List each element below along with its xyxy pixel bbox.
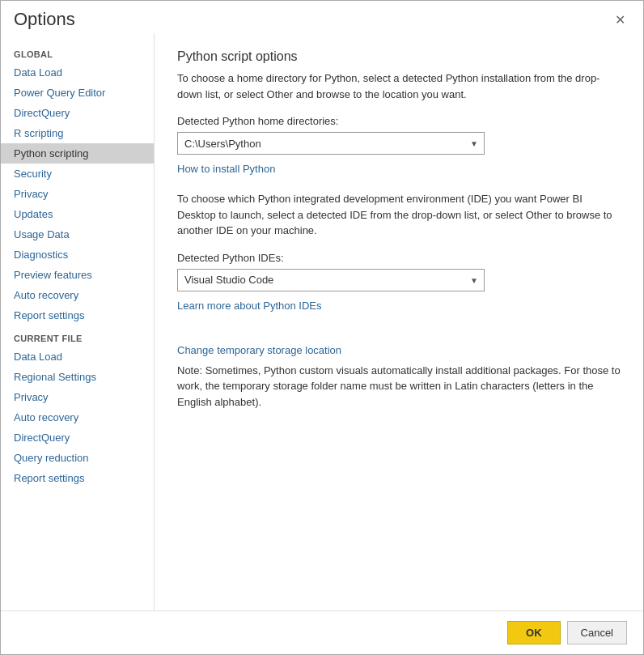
sidebar-item-auto-recovery[interactable]: Auto recovery	[1, 285, 154, 305]
note-text: Note: Sometimes, Python custom visuals a…	[177, 363, 621, 410]
home-dir-dropdown-wrapper: C:\Users\Python Other ▼	[177, 132, 485, 155]
options-dialog: Options ✕ GLOBAL Data Load Power Query E…	[0, 0, 644, 655]
sidebar-item-power-query-editor[interactable]: Power Query Editor	[1, 83, 154, 103]
sidebar-item-cf-query-reduction[interactable]: Query reduction	[1, 448, 154, 468]
dialog-title: Options	[14, 9, 75, 30]
sidebar: GLOBAL Data Load Power Query Editor Dire…	[1, 33, 155, 610]
current-file-section-label: CURRENT FILE	[1, 325, 154, 347]
sidebar-item-directquery[interactable]: DirectQuery	[1, 103, 154, 123]
section-title: Python script options	[177, 49, 621, 64]
sidebar-item-cf-auto-recovery[interactable]: Auto recovery	[1, 407, 154, 427]
sidebar-item-cf-privacy[interactable]: Privacy	[1, 387, 154, 407]
section-desc-2: To choose which Python integrated develo…	[177, 191, 621, 239]
sidebar-item-r-scripting[interactable]: R scripting	[1, 123, 154, 143]
ide-dropdown-wrapper: Visual Studio Code Other ▼	[177, 269, 485, 291]
section-desc-1: To choose a home directory for Python, s…	[177, 70, 621, 102]
sidebar-item-cf-data-load[interactable]: Data Load	[1, 347, 154, 367]
ide-dropdown[interactable]: Visual Studio Code Other	[177, 269, 485, 291]
dialog-titlebar: Options ✕	[1, 1, 643, 33]
cancel-button[interactable]: Cancel	[567, 621, 627, 644]
dialog-body: GLOBAL Data Load Power Query Editor Dire…	[1, 33, 643, 610]
sidebar-item-report-settings[interactable]: Report settings	[1, 305, 154, 325]
how-to-install-link[interactable]: How to install Python	[177, 163, 275, 175]
sidebar-item-updates[interactable]: Updates	[1, 204, 154, 224]
sidebar-item-data-load[interactable]: Data Load	[1, 62, 154, 83]
main-content: Python script options To choose a home d…	[155, 33, 643, 610]
home-dir-dropdown[interactable]: C:\Users\Python Other	[177, 132, 485, 155]
ide-label: Detected Python IDEs:	[177, 252, 621, 264]
sidebar-item-preview-features[interactable]: Preview features	[1, 265, 154, 285]
sidebar-item-diagnostics[interactable]: Diagnostics	[1, 245, 154, 265]
sidebar-item-cf-regional-settings[interactable]: Regional Settings	[1, 367, 154, 387]
ok-button[interactable]: OK	[507, 621, 561, 644]
sidebar-item-python-scripting[interactable]: Python scripting	[1, 143, 154, 164]
learn-more-link[interactable]: Learn more about Python IDEs	[177, 300, 322, 312]
dialog-footer: OK Cancel	[1, 610, 643, 654]
sidebar-item-cf-directquery[interactable]: DirectQuery	[1, 427, 154, 448]
change-storage-link[interactable]: Change temporary storage location	[177, 344, 341, 356]
sidebar-item-cf-report-settings[interactable]: Report settings	[1, 468, 154, 488]
sidebar-item-security[interactable]: Security	[1, 164, 154, 184]
close-button[interactable]: ✕	[610, 11, 630, 29]
global-section-label: GLOBAL	[1, 41, 154, 62]
home-dir-label: Detected Python home directories:	[177, 115, 621, 127]
sidebar-item-usage-data[interactable]: Usage Data	[1, 224, 154, 245]
sidebar-item-privacy[interactable]: Privacy	[1, 184, 154, 204]
